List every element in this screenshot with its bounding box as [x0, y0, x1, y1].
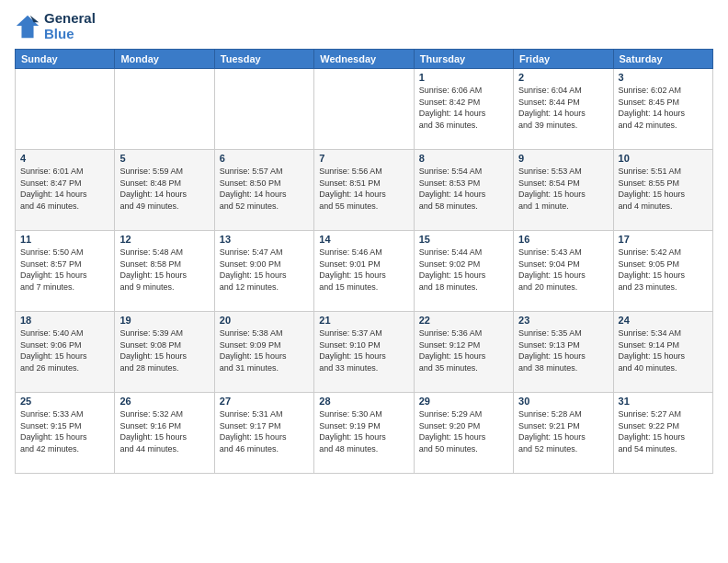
day-info: Sunrise: 5:29 AM Sunset: 9:20 PM Dayligh…: [419, 408, 508, 454]
day-info: Sunrise: 5:33 AM Sunset: 9:15 PM Dayligh…: [20, 408, 109, 454]
day-number: 20: [220, 315, 309, 326]
calendar-cell: 6Sunrise: 5:57 AM Sunset: 8:50 PM Daylig…: [214, 150, 313, 231]
calendar-cell: 17Sunrise: 5:42 AM Sunset: 9:05 PM Dayli…: [613, 231, 712, 312]
day-number: 19: [119, 315, 209, 326]
day-number: 3: [619, 72, 708, 83]
day-number: 1: [419, 72, 508, 83]
calendar-cell: 3Sunrise: 6:02 AM Sunset: 8:45 PM Daylig…: [613, 69, 712, 150]
calendar-cell: 21Sunrise: 5:37 AM Sunset: 9:10 PM Dayli…: [314, 312, 414, 393]
day-number: 6: [220, 153, 309, 164]
day-info: Sunrise: 5:37 AM Sunset: 9:10 PM Dayligh…: [319, 327, 408, 373]
day-number: 25: [20, 396, 109, 407]
day-number: 22: [419, 315, 508, 326]
calendar-cell: [214, 69, 313, 150]
calendar-cell: 14Sunrise: 5:46 AM Sunset: 9:01 PM Dayli…: [314, 231, 414, 312]
day-number: 27: [220, 396, 309, 407]
day-info: Sunrise: 5:57 AM Sunset: 8:50 PM Dayligh…: [220, 166, 309, 212]
day-number: 12: [119, 234, 209, 245]
day-number: 17: [619, 234, 708, 245]
calendar-cell: 25Sunrise: 5:33 AM Sunset: 9:15 PM Dayli…: [16, 393, 115, 474]
day-info: Sunrise: 5:36 AM Sunset: 9:12 PM Dayligh…: [419, 327, 508, 373]
calendar-week-row: 4Sunrise: 6:01 AM Sunset: 8:47 PM Daylig…: [16, 150, 713, 231]
calendar-cell: 2Sunrise: 6:04 AM Sunset: 8:44 PM Daylig…: [514, 69, 613, 150]
day-number: 21: [319, 315, 408, 326]
calendar-cell: 4Sunrise: 6:01 AM Sunset: 8:47 PM Daylig…: [16, 150, 115, 231]
day-info: Sunrise: 6:02 AM Sunset: 8:45 PM Dayligh…: [619, 85, 708, 131]
calendar-cell: [115, 69, 214, 150]
calendar-cell: 11Sunrise: 5:50 AM Sunset: 8:57 PM Dayli…: [16, 231, 115, 312]
day-number: 24: [619, 315, 708, 326]
calendar-week-row: 11Sunrise: 5:50 AM Sunset: 8:57 PM Dayli…: [16, 231, 713, 312]
day-number: 4: [20, 153, 109, 164]
weekday-header: Friday: [514, 50, 613, 69]
svg-marker-0: [17, 15, 39, 37]
day-info: Sunrise: 5:31 AM Sunset: 9:17 PM Dayligh…: [220, 408, 309, 454]
calendar-cell: 31Sunrise: 5:27 AM Sunset: 9:22 PM Dayli…: [613, 393, 712, 474]
page: General Blue SundayMondayTuesdayWednesda…: [0, 0, 728, 563]
day-info: Sunrise: 5:42 AM Sunset: 9:05 PM Dayligh…: [619, 247, 708, 293]
day-info: Sunrise: 5:59 AM Sunset: 8:48 PM Dayligh…: [119, 166, 209, 212]
day-info: Sunrise: 5:53 AM Sunset: 8:54 PM Dayligh…: [518, 166, 608, 212]
calendar-cell: 29Sunrise: 5:29 AM Sunset: 9:20 PM Dayli…: [414, 393, 513, 474]
day-number: 5: [119, 153, 209, 164]
day-info: Sunrise: 5:56 AM Sunset: 8:51 PM Dayligh…: [319, 166, 408, 212]
day-info: Sunrise: 5:39 AM Sunset: 9:08 PM Dayligh…: [119, 327, 209, 373]
calendar-cell: [314, 69, 414, 150]
calendar-cell: 9Sunrise: 5:53 AM Sunset: 8:54 PM Daylig…: [514, 150, 613, 231]
logo: General Blue: [15, 11, 96, 41]
day-info: Sunrise: 5:32 AM Sunset: 9:16 PM Dayligh…: [119, 408, 209, 454]
day-number: 13: [220, 234, 309, 245]
calendar-cell: 12Sunrise: 5:48 AM Sunset: 8:58 PM Dayli…: [115, 231, 214, 312]
day-info: Sunrise: 5:48 AM Sunset: 8:58 PM Dayligh…: [119, 247, 209, 293]
day-info: Sunrise: 6:06 AM Sunset: 8:42 PM Dayligh…: [419, 85, 508, 131]
calendar-table: SundayMondayTuesdayWednesdayThursdayFrid…: [15, 49, 713, 474]
day-info: Sunrise: 5:50 AM Sunset: 8:57 PM Dayligh…: [20, 247, 109, 293]
day-info: Sunrise: 6:01 AM Sunset: 8:47 PM Dayligh…: [20, 166, 109, 212]
calendar-cell: 28Sunrise: 5:30 AM Sunset: 9:19 PM Dayli…: [314, 393, 414, 474]
day-info: Sunrise: 5:35 AM Sunset: 9:13 PM Dayligh…: [518, 327, 608, 373]
weekday-header: Sunday: [16, 50, 115, 69]
day-number: 10: [619, 153, 708, 164]
day-number: 28: [319, 396, 408, 407]
calendar-cell: 7Sunrise: 5:56 AM Sunset: 8:51 PM Daylig…: [314, 150, 414, 231]
calendar-week-row: 18Sunrise: 5:40 AM Sunset: 9:06 PM Dayli…: [16, 312, 713, 393]
day-number: 9: [518, 153, 608, 164]
day-number: 2: [518, 72, 608, 83]
day-number: 16: [518, 234, 608, 245]
day-number: 14: [319, 234, 408, 245]
calendar-cell: 15Sunrise: 5:44 AM Sunset: 9:02 PM Dayli…: [414, 231, 513, 312]
day-number: 30: [518, 396, 608, 407]
day-info: Sunrise: 5:38 AM Sunset: 9:09 PM Dayligh…: [220, 327, 309, 373]
day-number: 18: [20, 315, 109, 326]
logo-text: General Blue: [44, 11, 96, 41]
calendar-header-row: SundayMondayTuesdayWednesdayThursdayFrid…: [16, 50, 713, 69]
day-info: Sunrise: 5:44 AM Sunset: 9:02 PM Dayligh…: [419, 247, 508, 293]
weekday-header: Tuesday: [214, 50, 313, 69]
weekday-header: Wednesday: [314, 50, 414, 69]
calendar-cell: 10Sunrise: 5:51 AM Sunset: 8:55 PM Dayli…: [613, 150, 712, 231]
calendar-cell: 5Sunrise: 5:59 AM Sunset: 8:48 PM Daylig…: [115, 150, 214, 231]
weekday-header: Saturday: [613, 50, 712, 69]
day-info: Sunrise: 5:40 AM Sunset: 9:06 PM Dayligh…: [20, 327, 109, 373]
calendar-cell: 27Sunrise: 5:31 AM Sunset: 9:17 PM Dayli…: [214, 393, 313, 474]
day-info: Sunrise: 5:34 AM Sunset: 9:14 PM Dayligh…: [619, 327, 708, 373]
day-info: Sunrise: 5:27 AM Sunset: 9:22 PM Dayligh…: [619, 408, 708, 454]
calendar-cell: 24Sunrise: 5:34 AM Sunset: 9:14 PM Dayli…: [613, 312, 712, 393]
day-number: 8: [419, 153, 508, 164]
calendar-cell: 8Sunrise: 5:54 AM Sunset: 8:53 PM Daylig…: [414, 150, 513, 231]
weekday-header: Thursday: [414, 50, 513, 69]
day-number: 7: [319, 153, 408, 164]
calendar-cell: 22Sunrise: 5:36 AM Sunset: 9:12 PM Dayli…: [414, 312, 513, 393]
calendar-week-row: 1Sunrise: 6:06 AM Sunset: 8:42 PM Daylig…: [16, 69, 713, 150]
day-info: Sunrise: 5:47 AM Sunset: 9:00 PM Dayligh…: [220, 247, 309, 293]
day-number: 31: [619, 396, 708, 407]
calendar-week-row: 25Sunrise: 5:33 AM Sunset: 9:15 PM Dayli…: [16, 393, 713, 474]
calendar-cell: 30Sunrise: 5:28 AM Sunset: 9:21 PM Dayli…: [514, 393, 613, 474]
day-info: Sunrise: 5:30 AM Sunset: 9:19 PM Dayligh…: [319, 408, 408, 454]
calendar-cell: [16, 69, 115, 150]
calendar-cell: 20Sunrise: 5:38 AM Sunset: 9:09 PM Dayli…: [214, 312, 313, 393]
calendar-cell: 18Sunrise: 5:40 AM Sunset: 9:06 PM Dayli…: [16, 312, 115, 393]
logo-icon: [15, 14, 40, 40]
calendar-cell: 23Sunrise: 5:35 AM Sunset: 9:13 PM Dayli…: [514, 312, 613, 393]
day-info: Sunrise: 5:46 AM Sunset: 9:01 PM Dayligh…: [319, 247, 408, 293]
